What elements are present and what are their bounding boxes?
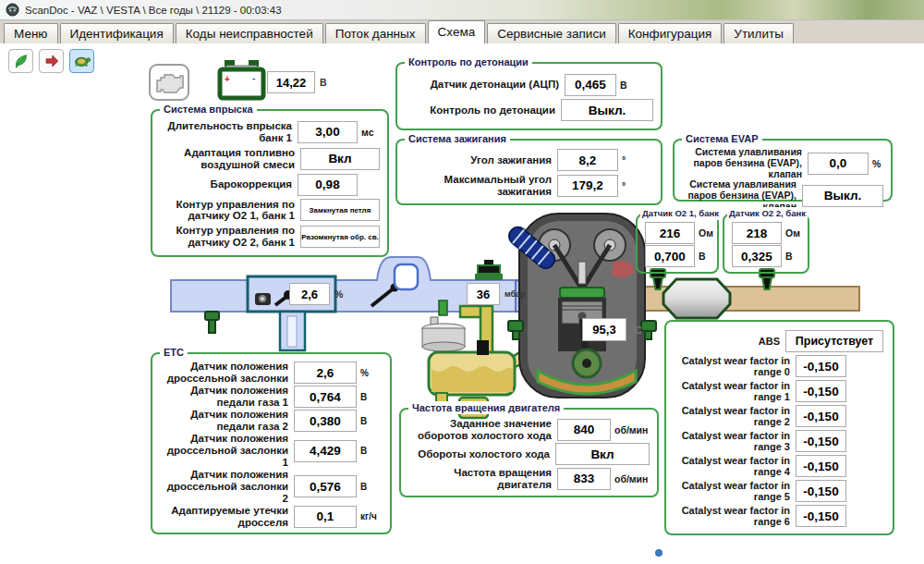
value-box: 95,3 — [582, 318, 626, 341]
tab-service-records[interactable]: Сервисные записи — [487, 23, 616, 43]
value-box: -0,150 — [796, 430, 846, 452]
value-box: 833 — [557, 468, 611, 490]
value-box: -0,150 — [796, 480, 846, 502]
data-row: Catalyst wear factor in range 0-0,150 — [674, 355, 885, 378]
value-box: 0,465 — [565, 74, 616, 96]
unit-label: % — [334, 288, 343, 300]
panel-knock-control: Контроль по детонации Датчик детонации (… — [395, 62, 663, 130]
unit-label: В — [357, 446, 383, 456]
unit-label: % — [869, 158, 883, 169]
panel-title: Датчик O2 1, банк — [640, 207, 721, 220]
row-label: Catalyst wear factor in range 0 — [674, 355, 796, 378]
row-label: Датчик положения дроссельной заслонки — [160, 361, 294, 385]
window-title: ScanDoc - VAZ \ VESTA \ Все годы \ 21129… — [25, 5, 282, 16]
value-box: 218 — [732, 222, 782, 244]
row-label: Catalyst wear factor in range 6 — [674, 505, 796, 528]
data-row: Адаптируемые утечки дросселя0,1кг/ч — [160, 505, 383, 529]
tab-dtc[interactable]: Коды неисправностей — [176, 23, 323, 43]
data-row: Датчик положения дроссельной заслонки 14… — [160, 433, 383, 469]
status-indicator — [655, 549, 663, 557]
tab-datastream[interactable]: Поток данных — [325, 23, 426, 43]
data-row: Catalyst wear factor in range 6-0,150 — [674, 505, 885, 528]
exhaust-pipe — [610, 287, 859, 311]
value-box: Присутствует — [785, 330, 883, 352]
value-box: Разомкнутая обр. св. — [300, 226, 380, 248]
value-box: -0,150 — [796, 455, 846, 477]
panel-title: ETC — [160, 346, 188, 359]
manifold-pressure-value: 36 мбар — [467, 283, 526, 305]
value-box: 14,22 — [267, 71, 315, 93]
unit-label: об/мин — [611, 424, 650, 435]
value-box: 2,6 — [289, 283, 330, 305]
data-row: Адаптация топливно воздушной смесиВкл — [160, 147, 380, 171]
value-box: 8,2 — [557, 149, 618, 171]
panel-abs-catalyst: ABSПрисутствуетCatalyst wear factor in r… — [664, 320, 894, 535]
toolbar — [8, 49, 94, 73]
row-label: Catalyst wear factor in range 2 — [674, 405, 796, 428]
tab-identification[interactable]: Идентификация — [60, 23, 174, 43]
data-row: Угол зажигания8,2° — [405, 149, 653, 171]
data-row: Максимальный угол зажигания179,2° — [405, 174, 653, 198]
tab-utilities[interactable]: Утилиты — [723, 23, 794, 43]
row-label: Датчик положения педали газа 2 — [160, 409, 294, 433]
row-label: Catalyst wear factor in range 1 — [674, 380, 796, 403]
row-label: Адаптируемые утечки дросселя — [160, 505, 294, 529]
data-row: Система улавливания паров бензина (EVAP)… — [682, 147, 883, 179]
eco-leaf-button[interactable] — [8, 49, 33, 73]
data-row: 0,325В — [732, 245, 800, 267]
unit-label: мс — [358, 127, 380, 138]
panel-injection-system: Система впрыска Длительность впрыска бан… — [151, 109, 389, 257]
record-arrow-button[interactable] — [39, 49, 64, 73]
throttle-position-value: 2,6 % — [289, 283, 343, 305]
data-row: Датчик положения дроссельной заслонки2,6… — [160, 361, 383, 385]
tab-menu[interactable]: Меню — [4, 23, 58, 43]
tab-configuration[interactable]: Конфигурация — [618, 23, 723, 43]
value-box: 179,2 — [557, 175, 618, 197]
data-row: Catalyst wear factor in range 2-0,150 — [674, 405, 885, 428]
unit-label: Ом — [782, 227, 804, 239]
unit-label: В — [616, 80, 640, 91]
panel-evap-system: Система EVAP Система улавливания паров б… — [673, 139, 893, 202]
value-box: 0,1 — [294, 506, 357, 528]
panel-title: Частота вращения двигателя — [408, 401, 564, 414]
row-label: Адаптация топливно воздушной смеси — [160, 147, 300, 171]
data-row: Контроль по детонацииВыкл. — [405, 99, 653, 121]
value-box: 0,0 — [808, 153, 869, 175]
row-label: Длительность впрыска банк 1 — [160, 120, 298, 144]
unit-label: В — [782, 251, 804, 262]
value-box: 2,6 — [294, 362, 357, 384]
row-label: Максимальный угол зажигания — [405, 174, 557, 198]
tab-schema[interactable]: Схема — [428, 20, 486, 43]
value-box: 3,00 — [298, 121, 358, 143]
row-label: Система улавливания паров бензина (EVAP)… — [682, 147, 808, 179]
fuel-tank-assembly — [421, 300, 535, 418]
panel-title: Система EVAP — [682, 132, 762, 145]
row-label: Датчик положения дроссельной заслонки 1 — [160, 433, 294, 469]
panel-title: Датчик O2 2, банк — [727, 207, 808, 220]
data-row: Заданное значение оборотов холостого ход… — [408, 418, 650, 442]
row-label: Catalyst wear factor in range 5 — [674, 480, 796, 503]
battery-voltage: 14,22 В — [267, 71, 327, 93]
value-box: 0,764 — [294, 386, 357, 408]
value-box: Вкл — [300, 148, 380, 170]
row-label: Датчик положения педали газа 1 — [160, 385, 294, 409]
data-row: Частота вращения двигателя833об/мин — [408, 467, 650, 491]
svg-text:-: - — [252, 73, 255, 83]
slow-mode-turtle-button[interactable] — [69, 49, 94, 73]
tab-bar: МенюИдентификацияКоды неисправностейПото… — [0, 20, 924, 43]
value-box: 0,325 — [732, 245, 782, 267]
row-label: Датчик положения дроссельной заслонки 2 — [160, 469, 294, 505]
turtle-icon — [73, 53, 91, 69]
title-bar: ScanDoc - VAZ \ VESTA \ Все годы \ 21129… — [0, 0, 924, 20]
panel-etc: ETC Датчик положения дроссельной заслонк… — [151, 352, 392, 534]
data-row: Датчик детонации (АЦП)0,465В — [405, 74, 653, 96]
value-box: 4,429 — [294, 440, 357, 462]
unit-label: В — [357, 392, 383, 402]
data-row: 216Ом — [645, 222, 710, 244]
unit-label: В — [320, 77, 327, 88]
panel-o2-sensor-2: Датчик O2 2, банк 218Ом0,325В — [723, 214, 809, 274]
data-row: Контур управления по датчику O2 2, банк … — [160, 225, 380, 249]
data-row: 218Ом — [732, 222, 800, 244]
row-label: Catalyst wear factor in range 4 — [674, 455, 796, 478]
data-row: ABSПрисутствует — [674, 330, 885, 352]
